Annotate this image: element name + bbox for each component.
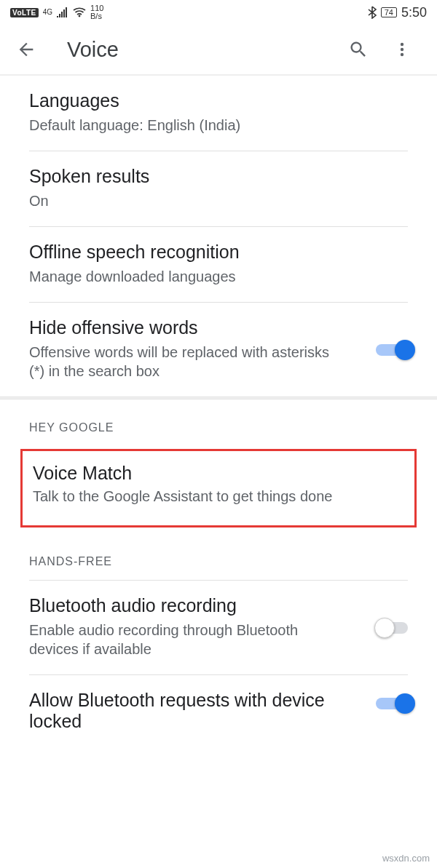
- bluetooth-icon: [368, 6, 377, 19]
- app-bar: Voice: [0, 25, 437, 76]
- offline-speech-item[interactable]: Offline speech recognition Manage downlo…: [29, 227, 408, 303]
- section-header-hands-free: HANDS-FREE: [0, 533, 437, 577]
- item-subtitle: Manage downloaded languages: [29, 267, 408, 286]
- net-speed: 110B/s: [90, 4, 103, 20]
- svg-point-1: [401, 43, 403, 46]
- hide-offensive-toggle[interactable]: [376, 340, 412, 360]
- bluetooth-locked-toggle[interactable]: [376, 693, 412, 714]
- item-title: Languages: [29, 90, 408, 111]
- item-title: Allow Bluetooth requests with device loc…: [29, 690, 342, 732]
- section-header-hey-google: HEY GOOGLE: [0, 399, 437, 443]
- overflow-menu-button[interactable]: [380, 39, 424, 60]
- item-subtitle: On: [29, 191, 408, 210]
- svg-point-0: [79, 15, 81, 17]
- status-bar: VoLTE 4G 110B/s 74 5:50: [0, 0, 437, 25]
- spoken-results-item[interactable]: Spoken results On: [29, 151, 408, 227]
- item-subtitle: Offensive words will be replaced with as…: [29, 343, 342, 381]
- back-button[interactable]: [16, 39, 52, 60]
- item-title: Voice Match: [33, 463, 404, 484]
- item-subtitle: Talk to the Google Assistant to get thin…: [33, 488, 404, 505]
- item-title: Hide offensive words: [29, 317, 342, 338]
- status-left: VoLTE 4G 110B/s: [10, 4, 103, 20]
- voice-match-item[interactable]: Voice Match Talk to the Google Assistant…: [20, 449, 417, 527]
- page-title: Voice: [52, 38, 336, 62]
- status-right: 74 5:50: [368, 5, 427, 20]
- settings-list: Languages Default language: English (Ind…: [0, 76, 437, 732]
- battery-icon: 74: [381, 7, 397, 17]
- languages-item[interactable]: Languages Default language: English (Ind…: [29, 76, 408, 151]
- item-title: Bluetooth audio recording: [29, 595, 342, 616]
- svg-point-3: [401, 53, 403, 56]
- item-subtitle: Enable audio recording through Bluetooth…: [29, 621, 342, 658]
- watermark: wsxdn.com: [382, 853, 430, 864]
- svg-point-2: [401, 48, 403, 51]
- search-button[interactable]: [336, 39, 380, 60]
- hide-offensive-item[interactable]: Hide offensive words Offensive words wil…: [29, 303, 408, 397]
- signal-icon: [57, 7, 68, 17]
- network-gen: 4G: [43, 9, 52, 16]
- bluetooth-locked-item[interactable]: Allow Bluetooth requests with device loc…: [29, 675, 408, 732]
- item-subtitle: Default language: English (India): [29, 116, 408, 135]
- bluetooth-recording-item[interactable]: Bluetooth audio recording Enable audio r…: [29, 581, 408, 675]
- volte-badge: VoLTE: [10, 8, 39, 17]
- bluetooth-recording-toggle[interactable]: [376, 618, 412, 638]
- item-title: Offline speech recognition: [29, 242, 408, 263]
- item-title: Spoken results: [29, 166, 408, 187]
- clock: 5:50: [401, 5, 427, 20]
- wifi-icon: [73, 7, 86, 17]
